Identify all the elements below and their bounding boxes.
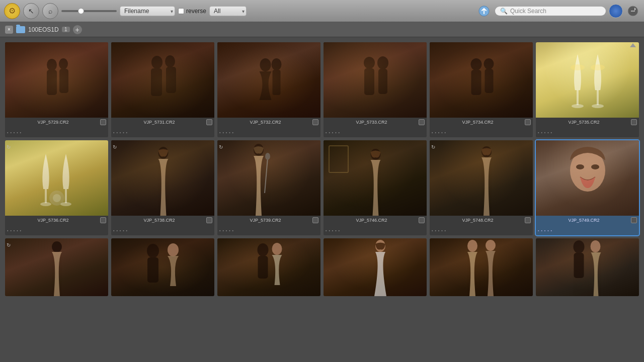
folder-icon [16,26,25,33]
svg-point-28 [40,202,51,206]
photo-rating: • • • • • [326,131,340,134]
svg-point-32 [53,194,61,202]
photo-select-checkbox[interactable] [312,119,318,125]
photo-cell-row3-1[interactable]: ↻ [5,238,108,296]
sort-select-wrapper: Filename Date Rating ▾ [120,6,175,16]
photo-rating: • • • • • [7,131,22,134]
photo-grid-area: VJP_5729.CR2 • • • • • [0,37,644,362]
svg-point-43 [147,244,159,258]
upload-button[interactable] [476,3,492,19]
photo-cell-vjp5738[interactable]: ↻ [111,140,214,235]
photo-cell-vjp5733[interactable]: VJP_5733.CR2 • • • • • [324,42,427,137]
cursor-icon: ↖ [28,7,34,15]
photo-cell-row3-2[interactable] [111,238,214,296]
svg-rect-44 [147,257,158,283]
search-bar-icon: 🔍 [500,8,508,15]
photo-select-checkbox[interactable] [631,217,637,223]
photo-filename: VJP_5735.CR2 [538,120,630,125]
sort-select[interactable]: Filename Date Rating [120,6,175,16]
photo-filename: VJP_5749.CR2 [538,218,630,223]
reverse-label: reverse [178,8,206,15]
photo-select-checkbox[interactable] [419,119,425,125]
photo-select-checkbox[interactable] [525,217,531,223]
thumbnail-size-slider-container [61,10,117,12]
breadcrumb-add-button[interactable]: + [73,25,82,34]
photo-cell-row3-5[interactable] [430,238,533,296]
reverse-text: reverse [186,8,206,15]
toolbar: ⚙ ↖ ⌕ Filename Date Rating ▾ reverse All… [0,0,644,22]
photo-cell-vjp5731[interactable]: VJP_5731.CR2 • • • • • [111,42,214,137]
photo-rating: • • • • • [219,229,234,232]
photo-cell-vjp5729[interactable]: VJP_5729.CR2 • • • • • [5,42,108,137]
scroll-indicator[interactable] [629,41,637,51]
filter-select-wrapper: All Flagged Rated ▾ [209,6,247,16]
close-icon: × [8,27,11,32]
photo-filename: VJP_5748.CR2 [432,218,524,223]
photo-rating: • • • • • [7,229,22,232]
photo-select-checkbox[interactable] [206,119,212,125]
breadcrumb-badge: 1 [62,27,70,32]
photo-cell-row3-6[interactable] [536,238,639,296]
photo-filename: VJP_5746.CR2 [326,218,418,223]
photo-select-checkbox[interactable] [525,119,531,125]
photo-select-checkbox[interactable] [631,119,637,125]
photo-filename: VJP_5732.CR2 [219,120,311,125]
breadcrumb-folder-name: 100EOS1D [28,26,59,33]
photo-select-checkbox[interactable] [100,217,106,223]
photo-select-checkbox[interactable] [206,217,212,223]
photo-cell-row3-3[interactable] [217,238,320,296]
photo-filename: VJP_5729.CR2 [7,120,99,125]
photo-select-checkbox[interactable] [419,217,425,223]
svg-point-46 [257,243,268,256]
svg-point-50 [467,240,477,252]
photo-filename: VJP_5731.CR2 [113,120,205,125]
photo-cell-vjp5734[interactable]: VJP_5734.CR2 • • • • • [430,42,533,137]
share-button[interactable] [626,4,640,18]
photo-grid: VJP_5729.CR2 • • • • • [5,42,639,296]
sync-icon: ↻ [7,240,11,249]
photo-cell-vjp5746[interactable]: VJP_5746.CR2 • • • • • [324,140,427,235]
search-mode-button[interactable]: ⌕ [42,3,58,19]
thumbnail-size-slider[interactable] [61,10,117,12]
sync-icon: ↻ [113,142,117,151]
sync-icon: ↻ [7,142,11,151]
svg-rect-47 [258,256,268,279]
search-mode-icon: ⌕ [48,7,52,15]
photo-rating: • • • • • [326,229,340,232]
photo-rating: • • • • • [219,131,234,134]
photo-cell-vjp5739[interactable]: ↻ [217,140,320,235]
sync-icon: ↻ [431,142,435,151]
photo-filename: VJP_5739.CR2 [219,218,311,223]
search-input[interactable] [510,8,596,15]
photo-cell-vjp5748[interactable]: ↻ VJP_5748.CR2 [430,140,533,235]
photo-select-checkbox[interactable] [312,217,318,223]
photo-rating: • • • • • [538,131,552,134]
photo-rating: • • • • • [538,229,552,232]
add-icon: + [75,26,79,34]
svg-point-45 [168,243,179,256]
breadcrumb-close-button[interactable]: × [5,26,13,34]
photo-cell-vjp5732[interactable]: VJP_5732.CR2 • • • • • [217,42,320,137]
user-avatar[interactable] [609,4,623,18]
photo-cell-vjp5749[interactable]: VJP_5749.CR2 • • • • • [536,140,639,235]
photo-select-checkbox[interactable] [100,119,106,125]
gear-button[interactable]: ⚙ [4,3,20,19]
svg-point-52 [573,240,584,253]
sync-icon: ↻ [219,142,223,151]
photo-rating: • • • • • [432,229,446,232]
photo-cell-vjp5735[interactable]: VJP_5735.CR2 • • • • • [536,42,639,137]
photo-filename: VJP_5738.CR2 [113,218,205,223]
cursor-button[interactable]: ↖ [23,3,39,19]
svg-rect-53 [574,253,584,278]
svg-point-42 [52,241,62,252]
reverse-checkbox[interactable] [178,8,184,14]
breadcrumb-bar: × 100EOS1D 1 + [0,22,644,37]
svg-point-48 [272,243,282,255]
photo-cell-row3-4[interactable] [324,238,427,296]
photo-filename: VJP_5733.CR2 [326,120,418,125]
photo-rating: • • • • • [432,131,446,134]
gear-icon: ⚙ [9,6,16,16]
photo-cell-vjp5736[interactable]: ↻ VJP_5 [5,140,108,235]
svg-point-51 [486,240,496,251]
filter-select[interactable]: All Flagged Rated [209,6,247,16]
